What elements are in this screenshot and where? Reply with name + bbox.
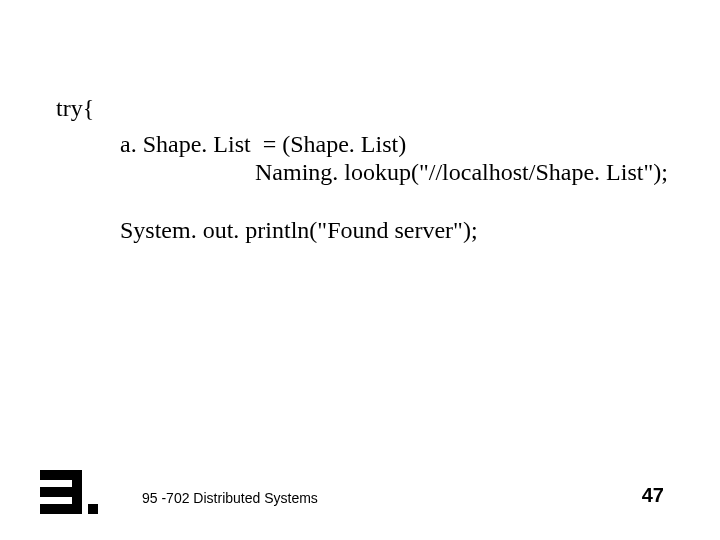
code-line-3: Naming. lookup("//localhost/Shape. List"…	[255, 158, 668, 187]
svg-rect-3	[40, 504, 82, 514]
svg-rect-4	[88, 504, 98, 514]
footer-course: 95 -702 Distributed Systems	[142, 490, 318, 506]
slide: try{ a. Shape. List = (Shape. List) Nami…	[0, 0, 720, 540]
code-line-1: try{	[56, 94, 94, 123]
logo-icon	[34, 462, 104, 522]
code-line-2: a. Shape. List = (Shape. List)	[120, 130, 406, 159]
page-number: 47	[642, 484, 664, 507]
code-line-4: System. out. println("Found server");	[120, 216, 478, 245]
